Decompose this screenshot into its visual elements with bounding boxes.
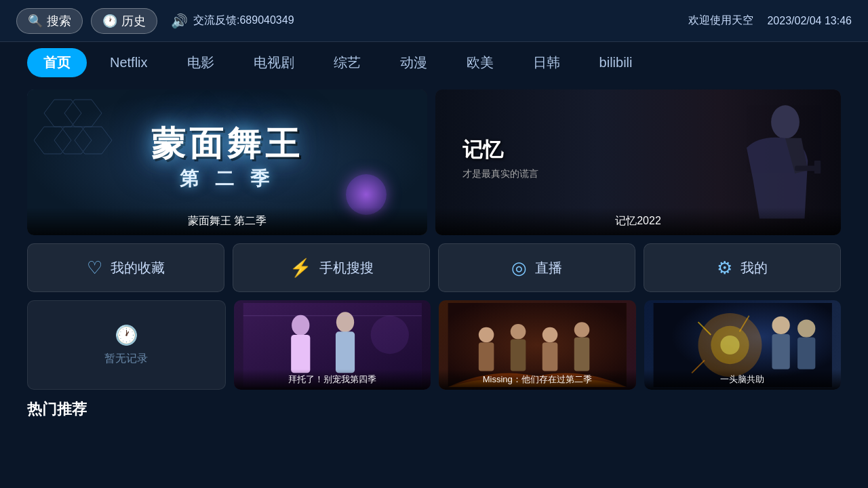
hero-left-caption: 蒙面舞王 第二季 xyxy=(27,207,427,235)
svg-rect-13 xyxy=(335,331,354,373)
svg-marker-2 xyxy=(34,127,71,154)
history-icon: 🕐 xyxy=(102,14,117,28)
hero-left-title-area: 蒙面舞王 第 二 季 xyxy=(151,127,303,192)
nav-item-home[interactable]: 首页 xyxy=(27,48,87,77)
favorites-label: 我的收藏 xyxy=(111,259,165,277)
header-left: 🔍 搜索 🕐 历史 xyxy=(16,8,157,34)
hero-right-text-area: 记忆 才是最真实的谎言 xyxy=(462,136,538,180)
quick-live[interactable]: ◎ 直播 xyxy=(438,243,635,292)
action-label: Missing：他们存在过第二季 xyxy=(439,369,636,390)
hero-left-season: 第 二 季 xyxy=(151,166,303,192)
nav-item-anime[interactable]: 动漫 xyxy=(384,48,443,77)
welcome-label: 欢迎使用天空 xyxy=(688,14,753,28)
svg-marker-0 xyxy=(44,100,81,127)
bolt-icon: ⚡ xyxy=(290,258,311,279)
hero-right-caption: 记忆2022 xyxy=(435,207,841,235)
header-center: 🔊 交流反馈:689040349 xyxy=(171,13,294,29)
hero-banner-left[interactable]: 蒙面舞王 第 二 季 蒙面舞王 第二季 xyxy=(27,89,427,235)
svg-marker-4 xyxy=(75,127,112,154)
nav: 首页 Netflix 电影 电视剧 综艺 动漫 欧美 日韩 bilibili xyxy=(0,42,868,83)
svg-point-30 xyxy=(797,319,815,337)
svg-point-34 xyxy=(720,336,739,354)
nav-item-movie[interactable]: 电影 xyxy=(171,48,231,77)
quick-mobile-search[interactable]: ⚡ 手机搜搜 xyxy=(233,243,430,292)
drama-label: 拜托了！别宠我第四季 xyxy=(234,369,431,390)
quick-actions-row: ♡ 我的收藏 ⚡ 手机搜搜 ◎ 直播 ⚙ 我的 xyxy=(27,243,841,292)
media-item-action[interactable]: Missing：他们存在过第二季 xyxy=(439,300,636,390)
target-icon: ◎ xyxy=(511,258,527,279)
nav-item-variety[interactable]: 综艺 xyxy=(317,48,377,77)
svg-marker-1 xyxy=(64,100,102,127)
empty-label: 暂无记录 xyxy=(104,352,148,366)
svg-rect-21 xyxy=(511,340,526,371)
nav-item-western[interactable]: 欧美 xyxy=(450,48,510,77)
svg-point-10 xyxy=(292,315,309,336)
hero-left-main-title: 蒙面舞王 xyxy=(151,127,303,161)
svg-point-18 xyxy=(479,327,494,343)
nav-item-netflix[interactable]: Netflix xyxy=(94,49,164,76)
media-item-scifi[interactable]: 一头脑共助 xyxy=(644,300,842,390)
live-label: 直播 xyxy=(535,259,562,277)
recent-empty: 🕐 暂无记录 xyxy=(27,300,226,390)
svg-rect-31 xyxy=(797,338,815,369)
honeycomb-decoration xyxy=(34,96,115,178)
header: 🔍 搜索 🕐 历史 🔊 交流反馈:689040349 欢迎使用天空 2023/0… xyxy=(0,0,868,42)
search-label: 搜索 xyxy=(47,13,71,29)
hot-title: 热门推荐 xyxy=(27,399,841,420)
nav-item-tv[interactable]: 电视剧 xyxy=(237,48,311,77)
heart-icon: ♡ xyxy=(87,258,102,279)
nav-item-korean[interactable]: 日韩 xyxy=(517,48,576,77)
media-item-drama[interactable]: 拜托了！别宠我第四季 xyxy=(234,300,431,390)
svg-rect-7 xyxy=(814,161,821,174)
nav-item-bilibili[interactable]: bilibili xyxy=(583,49,649,76)
hero-row: 蒙面舞王 第 二 季 蒙面舞王 第二季 记忆 才是最真实的谎言 xyxy=(27,89,841,235)
quick-mine[interactable]: ⚙ 我的 xyxy=(644,243,841,292)
main-content: 蒙面舞王 第 二 季 蒙面舞王 第二季 记忆 才是最真实的谎言 xyxy=(0,83,868,420)
gear-icon: ⚙ xyxy=(717,258,732,279)
search-button[interactable]: 🔍 搜索 xyxy=(16,8,83,34)
quick-favorites[interactable]: ♡ 我的收藏 xyxy=(27,243,224,292)
svg-point-24 xyxy=(574,322,590,338)
datetime-label: 2023/02/04 13:46 xyxy=(767,15,852,27)
svg-point-28 xyxy=(772,317,789,334)
svg-rect-25 xyxy=(574,338,590,371)
header-right: 欢迎使用天空 2023/02/04 13:46 xyxy=(688,14,852,28)
feedback-label: 交流反馈:689040349 xyxy=(193,14,294,28)
person-silhouette xyxy=(692,96,827,225)
history-button[interactable]: 🕐 历史 xyxy=(91,8,157,34)
svg-point-5 xyxy=(771,105,800,138)
history-label: 历史 xyxy=(121,13,146,29)
scifi-label: 一头脑共助 xyxy=(644,369,842,390)
svg-rect-23 xyxy=(542,342,558,371)
clock-icon: 🕐 xyxy=(115,324,138,346)
svg-marker-3 xyxy=(54,127,92,154)
hero-right-main-title: 记忆 xyxy=(462,136,538,164)
svg-point-12 xyxy=(336,312,353,332)
svg-point-15 xyxy=(370,316,408,354)
hero-right-subtitle: 才是最真实的谎言 xyxy=(462,168,538,180)
volume-icon: 🔊 xyxy=(171,13,188,29)
svg-rect-29 xyxy=(772,334,789,369)
svg-rect-19 xyxy=(479,342,494,371)
svg-point-20 xyxy=(511,324,526,340)
hero-banner-right[interactable]: 记忆 才是最真实的谎言 记忆2022 xyxy=(435,89,841,235)
svg-point-22 xyxy=(542,327,558,343)
svg-rect-11 xyxy=(291,335,310,373)
mobile-search-label: 手机搜搜 xyxy=(319,259,374,277)
search-icon: 🔍 xyxy=(28,14,43,28)
hot-section: 热门推荐 xyxy=(27,399,841,420)
mine-label: 我的 xyxy=(741,259,768,277)
media-row: 🕐 暂无记录 xyxy=(27,300,841,390)
